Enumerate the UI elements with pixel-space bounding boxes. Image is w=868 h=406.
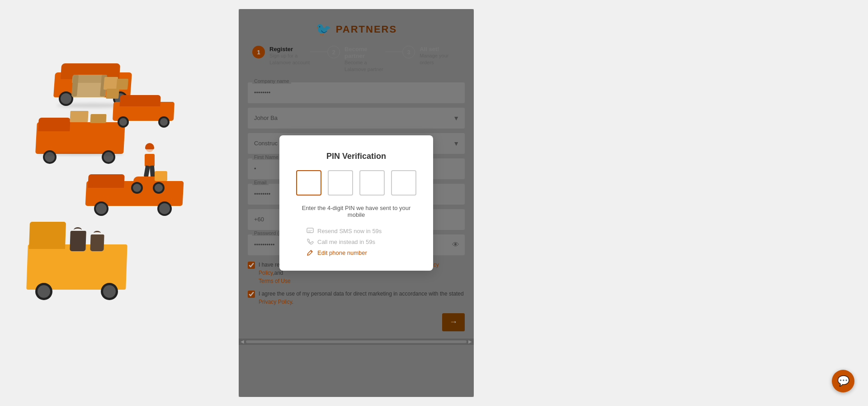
modal-overlay: PIN Verification Enter the 4-digit PIN w… [239,9,474,397]
illustration-area [0,0,235,406]
resend-sms-text: Resend SMS now in 59s [317,228,382,234]
call-me-text: Call me instead in 59s [317,239,375,245]
pin-box-1[interactable] [296,170,321,196]
chat-button[interactable]: 💬 [832,370,854,392]
vehicle-small-car [113,95,176,127]
furniture-boxes [72,72,108,100]
pin-boxes-container [296,170,416,196]
phone-icon [307,238,314,245]
edit-phone-link[interactable]: Edit phone number [307,249,367,256]
pin-hint-text: Enter the 4-digit PIN we have sent to yo… [293,205,420,218]
edit-phone-text: Edit phone number [317,249,367,256]
call-me-link[interactable]: Call me instead in 59s [307,238,375,245]
pin-box-3[interactable] [359,170,385,196]
pin-box-2[interactable] [328,170,353,196]
vehicle-illustration [27,36,208,330]
action-links: Resend SMS now in 59s Call me instead in… [293,227,420,256]
cardboard-boxes [104,77,129,97]
vehicle-truck [27,217,131,308]
modal-title: PIN Verification [326,152,386,161]
edit-icon [307,249,314,256]
pin-verification-modal: PIN Verification Enter the 4-digit PIN w… [279,135,433,271]
resend-sms-link[interactable]: Resend SMS now in 59s [307,227,382,234]
chat-icon: 💬 [837,375,849,387]
pin-box-4[interactable] [391,170,416,196]
sms-icon [307,227,314,234]
delivery-person [131,154,167,208]
